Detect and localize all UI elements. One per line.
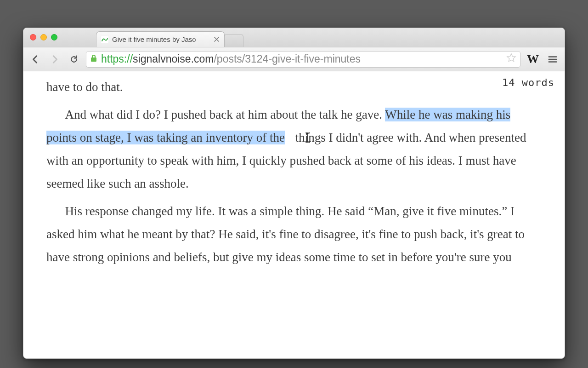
url-scheme: https:// bbox=[101, 53, 133, 65]
article-body[interactable]: have to do that. And what did I do? I pu… bbox=[23, 71, 565, 269]
forward-button[interactable] bbox=[47, 52, 62, 67]
toolbar: https://signalvnoise.com/posts/3124-give… bbox=[23, 47, 565, 71]
zoom-window-button[interactable] bbox=[51, 34, 57, 40]
url-host: signalvnoise.com bbox=[133, 53, 214, 65]
close-tab-button[interactable] bbox=[213, 36, 220, 43]
word-counter-extension-button[interactable]: W bbox=[525, 52, 541, 66]
tab-title: Give it five minutes by Jaso bbox=[112, 35, 209, 43]
article-paragraph: His response changed my life. It was a s… bbox=[46, 200, 542, 269]
close-window-button[interactable] bbox=[30, 34, 36, 40]
article-paragraph: have to do that. bbox=[46, 76, 542, 99]
window-controls bbox=[30, 34, 57, 40]
word-count-overlay: 14 words bbox=[502, 77, 554, 88]
bookmark-star-button[interactable] bbox=[506, 53, 516, 66]
text-cursor-icon bbox=[287, 128, 292, 140]
lock-icon bbox=[90, 53, 97, 65]
tab-strip: Give it five minutes by Jaso bbox=[23, 28, 565, 47]
new-tab-button[interactable] bbox=[224, 34, 243, 47]
favicon-icon bbox=[101, 36, 108, 43]
browser-tab[interactable]: Give it five minutes by Jaso bbox=[96, 31, 225, 47]
browser-window: Give it five minutes by Jaso https bbox=[23, 28, 565, 359]
menu-button[interactable] bbox=[545, 52, 560, 67]
back-button[interactable] bbox=[28, 52, 43, 67]
page-content: 14 words have to do that. And what did I… bbox=[23, 71, 565, 358]
reload-button[interactable] bbox=[67, 52, 81, 67]
minimize-window-button[interactable] bbox=[40, 34, 47, 40]
url-path: /posts/3124-give-it-five-minutes bbox=[214, 53, 361, 65]
svg-rect-0 bbox=[91, 58, 96, 62]
url-text: https://signalvnoise.com/posts/3124-give… bbox=[101, 53, 361, 65]
address-bar[interactable]: https://signalvnoise.com/posts/3124-give… bbox=[86, 51, 520, 68]
article-paragraph: And what did I do? I pushed back at him … bbox=[46, 104, 542, 196]
article-text: And what did I do? I pushed back at him … bbox=[65, 108, 385, 121]
